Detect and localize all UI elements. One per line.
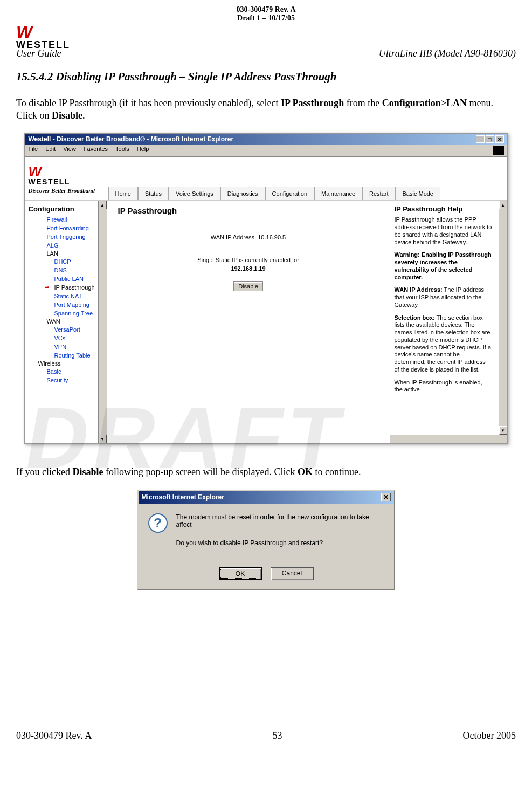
help-p3: WAN IP Address: The IP address that your… <box>395 286 503 308</box>
sidebar-item-public-lan[interactable]: Public LAN <box>27 274 105 283</box>
help-panel: IP Passthrough Help IP Passthrough allow… <box>390 201 507 443</box>
enabled-line: Single Static IP is currently enabled fo… <box>118 257 379 263</box>
enabled-ip: 192.168.1.19 <box>118 265 379 272</box>
user-guide-label: User Guide <box>16 48 70 59</box>
product-name: UltraLine IIB (Model A90-816030) <box>379 48 516 59</box>
scroll-up-icon[interactable]: ▲ <box>99 201 107 209</box>
tab-configuration[interactable]: Configuration <box>265 187 314 200</box>
sidebar-item-wireless-basic[interactable]: Basic <box>27 367 105 376</box>
menu-view[interactable]: View <box>63 146 76 155</box>
footer-left: 030-300479 Rev. A <box>16 730 92 741</box>
paragraph-1: To disable IP Passthrough (if it has bee… <box>16 97 516 122</box>
footer-center: 53 <box>272 730 282 741</box>
close-icon[interactable]: ✕ <box>495 135 504 143</box>
menu-tools[interactable]: Tools <box>115 146 129 155</box>
sidebar-item-port-forwarding[interactable]: Port Forwarding <box>27 224 105 232</box>
sidebar-scrollbar[interactable]: ▲ ▼ <box>98 201 107 443</box>
p1-text-c: from the <box>344 98 382 108</box>
help-scrollbar[interactable]: ▲ ▼ <box>499 201 507 443</box>
cancel-button[interactable]: Cancel <box>271 567 314 580</box>
menu-favorites[interactable]: Favorites <box>84 146 108 155</box>
wan-ip-label: WAN IP Address <box>211 234 254 240</box>
ok-button[interactable]: OK <box>219 567 262 580</box>
sidebar-item-port-mapping[interactable]: Port Mapping <box>27 300 105 309</box>
brand-tagline: Discover Better Broadband <box>29 187 104 194</box>
brand-w-icon: W <box>29 166 104 177</box>
question-icon: ? <box>148 513 168 533</box>
sidebar-item-dns[interactable]: DNS <box>27 266 105 274</box>
sidebar-item-wireless-security[interactable]: Security <box>27 376 105 384</box>
help-warning-bold: Warning: Enabling IP Passthrough severel… <box>395 251 492 280</box>
sidebar-item-ip-passthrough[interactable]: IP Passthrough <box>27 283 105 292</box>
tab-status[interactable]: Status <box>138 187 169 200</box>
p1-text-a: To disable IP Passthrough (if it has bee… <box>16 98 281 108</box>
help-hscrollbar[interactable] <box>390 435 499 443</box>
dialog-title-text: Microsoft Internet Explorer <box>142 493 224 501</box>
page-footer: 030-300479 Rev. A 53 October 2005 <box>16 730 516 741</box>
menu-help[interactable]: Help <box>137 146 149 155</box>
tab-maintenance[interactable]: Maintenance <box>314 187 362 200</box>
window-controls: _ □ ✕ <box>476 135 504 143</box>
minimize-icon[interactable]: _ <box>476 135 485 143</box>
sidebar-item-firewall[interactable]: Firewall <box>27 215 105 224</box>
ie-throbber-icon <box>493 146 504 155</box>
sidebar-item-static-nat[interactable]: Static NAT <box>27 292 105 300</box>
sidebar-item-versaport[interactable]: VersaPort <box>27 325 105 334</box>
browser-screenshot: Westell - Discover Better Broadband® - M… <box>24 133 508 444</box>
main-title: IP Passthrough <box>118 206 379 215</box>
p2-text-e: to continue. <box>313 466 361 477</box>
menubar: File Edit View Favorites Tools Help <box>25 145 507 157</box>
help-p1: IP Passthrough allows the PPP address re… <box>395 216 503 246</box>
sidebar-item-port-triggering[interactable]: Port Triggering <box>27 232 105 241</box>
p1-bold-disable: Disable. <box>52 110 85 121</box>
p1-bold-ip: IP Passthrough <box>281 98 344 108</box>
sidebar-item-routing-table[interactable]: Routing Table <box>27 351 105 360</box>
disable-button[interactable]: Disable <box>233 281 263 291</box>
sidebar-item-alg[interactable]: ALG <box>27 241 105 250</box>
sidebar-cat-lan: LAN <box>27 250 105 257</box>
brand-text: WESTELL <box>29 177 104 186</box>
dialog-line1: The modem must be reset in order for the… <box>176 513 384 528</box>
paragraph-2: If you clicked Disable following pop-up … <box>16 466 516 478</box>
dialog-line2: Do you wish to disable IP Passthrough an… <box>176 539 384 547</box>
westell-logo: W WESTELL User Guide <box>16 25 70 59</box>
section-title: 15.5.4.2 Disabling IP Passthrough – Sing… <box>16 70 516 84</box>
p2-bold-disable: Disable <box>72 466 103 477</box>
dialog-close-icon[interactable]: ✕ <box>381 493 391 501</box>
sidebar-item-dhcp[interactable]: DHCP <box>27 257 105 266</box>
sidebar-item-vpn[interactable]: VPN <box>27 342 105 351</box>
tab-basic-mode[interactable]: Basic Mode <box>396 187 440 200</box>
main-panel: IP Passthrough WAN IP Address 10.16.90.5… <box>107 201 390 443</box>
tab-diagnostics[interactable]: Diagnostics <box>220 187 265 200</box>
menu-edit[interactable]: Edit <box>45 146 56 155</box>
help-p5: When IP Passthrough is enabled, the acti… <box>395 379 503 394</box>
brand-cell: W WESTELL Discover Better Broadband <box>25 162 107 196</box>
help-p4-text: The selection box lists the available de… <box>395 314 492 373</box>
westell-w-icon: W <box>16 25 70 39</box>
menu-file[interactable]: File <box>29 146 38 155</box>
help-title: IP Passthrough Help <box>395 205 503 213</box>
help-warning: Warning: Enabling IP Passthrough severel… <box>395 251 503 281</box>
wan-ip-value: 10.16.90.5 <box>258 234 286 240</box>
tab-home[interactable]: Home <box>108 187 138 200</box>
wan-ip-line: WAN IP Address 10.16.90.5 <box>118 234 379 240</box>
help-p3-bold: WAN IP Address: <box>395 286 443 293</box>
sidebar-cat-wan: WAN <box>27 318 105 325</box>
sidebar-item-spanning-tree[interactable]: Spanning Tree <box>27 309 105 318</box>
sidebar-title: Configuration <box>29 205 105 213</box>
tab-restart[interactable]: Restart <box>362 187 395 200</box>
section-number: 15.5.4.2 <box>16 70 53 83</box>
nav-tabs: Home Status Voice Settings Diagnostics C… <box>107 157 507 200</box>
dialog-titlebar: Microsoft Internet Explorer ✕ <box>139 491 394 504</box>
p1-bold-menu: Configuration>LAN <box>382 98 467 108</box>
scroll-down-icon[interactable]: ▼ <box>99 435 107 443</box>
sidebar-item-vcs[interactable]: VCs <box>27 334 105 342</box>
help-scroll-up-icon[interactable]: ▲ <box>499 201 507 209</box>
maximize-icon[interactable]: □ <box>486 135 494 143</box>
help-p4: Selection box: The selection box lists t… <box>395 314 503 374</box>
sidebar: Configuration Firewall Port Forwarding P… <box>25 201 107 443</box>
help-p4-bold: Selection box: <box>395 314 435 321</box>
help-scroll-down-icon[interactable]: ▼ <box>499 426 507 435</box>
p2-bold-ok: OK <box>298 466 313 477</box>
tab-voice[interactable]: Voice Settings <box>169 187 220 200</box>
